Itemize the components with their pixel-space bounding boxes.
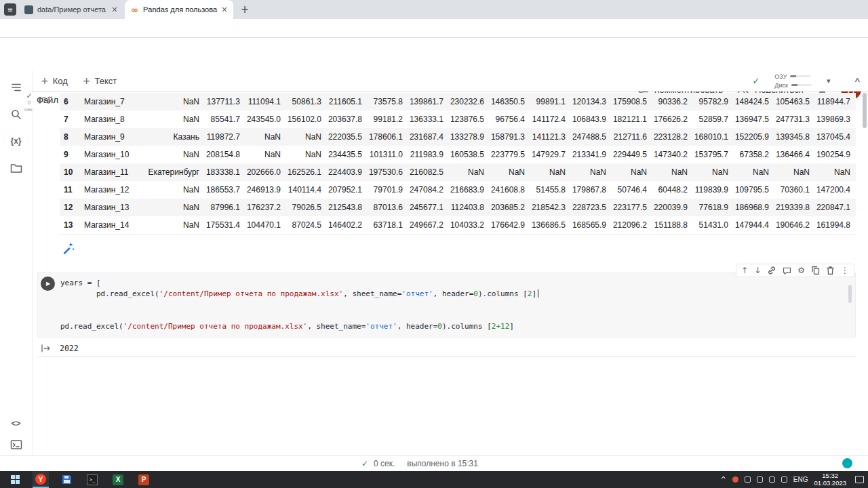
- value-cell: 161994.8: [815, 216, 856, 234]
- value-cell: Екатеринбург: [148, 163, 205, 181]
- value-cell: 112403.8: [449, 199, 490, 216]
- value-cell: 230232.6: [449, 93, 490, 110]
- tab-search-button[interactable]: ≡: [4, 3, 16, 16]
- code-line[interactable]: pd.read_excel('/content/Пример отчета по…: [60, 289, 538, 300]
- move-cell-up-icon[interactable]: ↑: [741, 266, 748, 275]
- taskbar-yandex-browser[interactable]: Y: [33, 471, 49, 488]
- language-indicator[interactable]: ENG: [793, 476, 808, 483]
- delete-cell-icon[interactable]: [826, 266, 835, 275]
- browser-tab-excel-file[interactable]: data/Пример отчета по п ×: [19, 0, 123, 19]
- value-cell: 109795.5: [734, 181, 774, 199]
- code-editor-content[interactable]: years = [ pd.read_excel('/content/Пример…: [60, 278, 538, 332]
- value-cell: 136466.4: [774, 146, 815, 163]
- start-button[interactable]: [7, 471, 23, 488]
- value-cell: 104470.1: [245, 216, 286, 234]
- left-sidebar: {x} <>: [0, 70, 33, 455]
- taskbar-clock[interactable]: 15:32 01.03.2023: [814, 472, 846, 487]
- tray-chevron-icon[interactable]: ^: [720, 476, 726, 483]
- value-cell: 139345.8: [774, 128, 815, 146]
- files-folder-icon[interactable]: [0, 163, 32, 174]
- store-name-cell: Магазин_8: [83, 110, 148, 128]
- value-cell: 136333.1: [408, 110, 449, 128]
- value-cell: 207952.1: [327, 181, 368, 199]
- new-tab-button[interactable]: +: [239, 3, 251, 16]
- value-cell: 158791.3: [490, 128, 530, 146]
- code-editor[interactable]: ▶ years = [ pd.read_excel('/content/Прим…: [37, 272, 856, 338]
- taskbar-time: 15:32: [814, 472, 846, 480]
- value-cell: 178606.1: [368, 128, 408, 146]
- value-cell: NaN: [734, 163, 774, 181]
- taskbar-powerpoint[interactable]: P: [136, 471, 152, 488]
- collapse-header-icon[interactable]: ^: [854, 76, 860, 86]
- chevron-down-icon[interactable]: ▾: [827, 77, 831, 85]
- resource-monitor[interactable]: ОЗУ Диск: [774, 73, 812, 89]
- tray-app-icon[interactable]: [757, 476, 763, 483]
- value-cell: 87996.1: [205, 199, 245, 216]
- close-icon[interactable]: ×: [221, 5, 228, 14]
- output-icon[interactable]: [40, 344, 52, 353]
- taskbar-save-app[interactable]: [58, 471, 75, 488]
- disk-usage-bar: [791, 84, 812, 86]
- add-code-button[interactable]: + Код: [41, 75, 68, 86]
- status-indicator-dot[interactable]: [842, 458, 852, 468]
- value-cell: 222035.5: [327, 128, 368, 146]
- store-name-cell: Магазин_9: [83, 128, 148, 146]
- code-token: 0: [473, 289, 478, 298]
- row-index: 7: [60, 110, 83, 128]
- value-cell: 50746.4: [612, 181, 652, 199]
- code-line[interactable]: [60, 310, 538, 321]
- value-cell: 220039.9: [652, 199, 693, 216]
- add-text-button[interactable]: + Текст: [83, 75, 117, 86]
- value-cell: 106843.9: [571, 110, 612, 128]
- value-cell: NaN: [571, 163, 612, 181]
- run-cell-button[interactable]: ▶: [41, 277, 55, 291]
- tray-network-icon[interactable]: [769, 476, 775, 483]
- tray-volume-icon[interactable]: [781, 476, 787, 483]
- action-center-icon[interactable]: [855, 476, 864, 483]
- generate-code-wand-icon[interactable]: [62, 241, 75, 258]
- variables-glyph: {x}: [10, 136, 21, 146]
- code-line[interactable]: years = [: [60, 278, 538, 289]
- value-cell: 175531.4: [205, 216, 245, 234]
- notebook-scrollbar[interactable]: [863, 93, 867, 128]
- cell-output-text: 2022: [60, 344, 79, 353]
- row-index: 10: [60, 163, 83, 181]
- link-cell-icon[interactable]: [767, 266, 776, 275]
- value-cell: NaN: [286, 146, 327, 163]
- code-brackets-glyph: <>: [11, 419, 20, 428]
- code-token: pd.read_excel(: [60, 322, 123, 331]
- cell-scrollbar[interactable]: [848, 285, 852, 303]
- code-token: ]: [532, 289, 536, 298]
- close-icon[interactable]: ×: [111, 5, 118, 14]
- code-line[interactable]: [60, 300, 538, 310]
- floppy-disk-icon: [62, 474, 72, 485]
- value-cell: 223128.2: [652, 128, 693, 146]
- value-cell: 168565.9: [571, 216, 612, 234]
- value-cell: 70360.1: [774, 181, 815, 199]
- code-snippets-icon[interactable]: <>: [0, 419, 32, 428]
- value-cell: 224403.9: [327, 163, 368, 181]
- more-actions-icon[interactable]: ⋮: [841, 266, 849, 275]
- move-cell-down-icon[interactable]: ↓: [754, 266, 761, 275]
- table-row: 11Магазин_12NaN186553.7246913.9140114.42…: [60, 181, 856, 199]
- terminal-icon[interactable]: [0, 439, 32, 450]
- tab-menu-icon: ≡: [7, 6, 13, 14]
- cell-settings-gear-icon[interactable]: ⚙: [797, 266, 805, 275]
- execution-count[interactable]: [9]: [37, 96, 51, 104]
- code-line[interactable]: pd.read_excel('/content/Пример отчета по…: [60, 321, 538, 332]
- taskbar-excel[interactable]: X: [110, 471, 126, 488]
- yandex-browser-icon: Y: [35, 474, 46, 485]
- value-cell: 123876.5: [449, 110, 490, 128]
- tray-app-icon[interactable]: [732, 476, 738, 483]
- browser-tab-colab[interactable]: ∞ Pandas для пользовате ×: [125, 0, 233, 19]
- cell-toolbar: ↑ ↓ ⚙ ⋮: [736, 264, 854, 277]
- variables-icon[interactable]: {x}: [0, 136, 32, 146]
- value-cell: 212096.2: [612, 216, 652, 234]
- tray-app-icon[interactable]: [745, 476, 751, 483]
- browser-address-bar: ← → ↻ colab.research.google.com Pandas д…: [0, 19, 868, 38]
- table-row: 8Магазин_9Казань119872.7NaNNaN222035.517…: [60, 128, 856, 146]
- copy-cell-icon[interactable]: [811, 266, 820, 275]
- code-token: pd.read_excel(: [60, 289, 159, 298]
- taskbar-terminal[interactable]: >_: [84, 471, 100, 488]
- comment-cell-icon[interactable]: [783, 266, 791, 275]
